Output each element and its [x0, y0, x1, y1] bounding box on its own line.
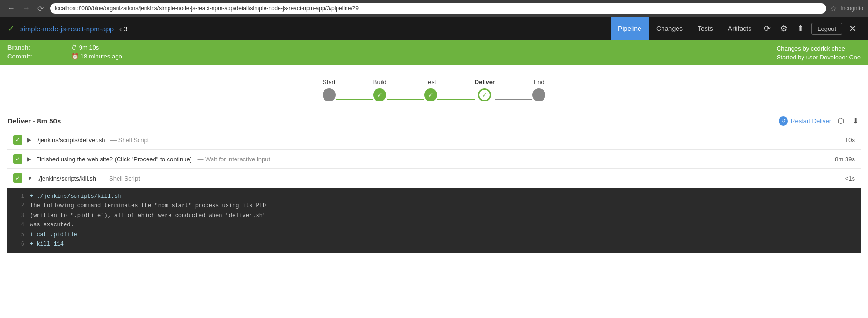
- app-title[interactable]: simple-node-js-react-npm-app: [20, 25, 114, 33]
- script-check-3: ✓: [13, 173, 22, 183]
- stage-start-circle: [323, 88, 336, 101]
- reload-icon-btn[interactable]: ⟳: [759, 17, 775, 40]
- duration-row: ⏱ 9m 10s: [71, 44, 122, 51]
- terminal-line-4: 4 was executed.: [15, 220, 853, 230]
- stage-deliver-label: Deliver: [475, 79, 495, 86]
- stage-end: End: [532, 79, 545, 101]
- external-link-button[interactable]: ⬡: [836, 116, 846, 126]
- line-content-3: (written to ".pidfile"), all of which we…: [30, 211, 266, 220]
- script-name-2: Finished using the web site? (Click "Pro…: [36, 156, 192, 163]
- info-right: Changes by cedrick.chee Started by user …: [777, 44, 861, 61]
- connector-1: [336, 99, 373, 100]
- stage-test[interactable]: Test ✓: [424, 79, 437, 101]
- terminal-line-3: 3 (written to ".pidfile"), all of which …: [15, 211, 853, 220]
- terminal-line-2: 2 The following command terminates the "…: [15, 201, 853, 210]
- nav-pipeline[interactable]: Pipeline: [611, 17, 649, 40]
- script-check-1: ✓: [13, 135, 22, 145]
- duration-value: 9m 10s: [79, 44, 99, 51]
- script-row-3: ✓ ▼ ./jenkins/scripts/kill.sh — Shell Sc…: [7, 169, 861, 188]
- script-type-1: — Shell Script: [109, 137, 149, 144]
- terminal-line-5: 5 + cat .pidfile: [15, 230, 853, 239]
- close-button[interactable]: ✕: [845, 19, 861, 38]
- started-by-row: Started by user Developer One: [777, 54, 861, 61]
- user-label: Incognito: [840, 5, 863, 12]
- script-name-1: ./jenkins/scripts/deliver.sh: [36, 137, 105, 144]
- check-icon: ✓: [7, 23, 15, 34]
- nav-artifacts[interactable]: Artifacts: [721, 17, 759, 40]
- terminal-line-6: 6 + kill 114: [15, 239, 853, 249]
- changes-by: Changes by cedrick.chee: [777, 45, 845, 52]
- app-header: ✓ simple-node-js-react-npm-app ‹ 3 Pipel…: [0, 17, 868, 40]
- back-button[interactable]: ←: [5, 3, 18, 14]
- line-num-1: 1: [15, 192, 24, 201]
- script-expand-3[interactable]: ▼: [26, 175, 34, 181]
- stage-start: Start: [323, 79, 336, 101]
- terminal-output: 1 + ./jenkins/scripts/kill.sh 2 The foll…: [7, 188, 861, 253]
- branch-label: Branch:: [7, 44, 30, 51]
- deliver-header: Deliver - 8m 50s ↺ Restart Deliver ⬡ ⬇: [7, 116, 861, 126]
- line-content-5: + cat .pidfile: [30, 230, 77, 239]
- connector-4: [495, 99, 532, 100]
- url-text: localhost:8080/blue/organizations/jenkin…: [55, 5, 359, 12]
- info-left: Branch: — Commit: —: [7, 44, 43, 60]
- deliver-actions: ↺ Restart Deliver ⬡ ⬇: [779, 116, 861, 126]
- logout-button[interactable]: Logout: [811, 23, 842, 35]
- line-content-4: was executed.: [30, 220, 74, 230]
- commit-label: Commit:: [7, 53, 32, 60]
- reload-button[interactable]: ⟳: [35, 3, 46, 14]
- script-expand-2[interactable]: ▶: [26, 156, 32, 162]
- browser-nav-buttons: ← → ⟳: [5, 3, 46, 14]
- settings-icon-btn[interactable]: ⚙: [775, 17, 792, 40]
- info-middle: ⏱ 9m 10s ⏰ 18 minutes ago: [71, 44, 122, 60]
- share-icon-btn[interactable]: ⬆: [792, 17, 809, 40]
- connector-3: [437, 99, 475, 100]
- duration-icon: ⏱: [71, 44, 77, 51]
- star-icon: ☆: [830, 4, 837, 13]
- line-content-2: The following command terminates the "np…: [30, 201, 266, 210]
- script-expand-1[interactable]: ▶: [26, 137, 32, 143]
- time-ago-value: 18 minutes ago: [81, 53, 122, 60]
- info-bar: Branch: — Commit: — ⏱ 9m 10s ⏰ 18 minute…: [0, 40, 868, 65]
- stage-build-circle: ✓: [373, 88, 386, 101]
- script-duration-1: 10s: [845, 137, 855, 144]
- download-button[interactable]: ⬇: [851, 116, 861, 126]
- stage-test-label: Test: [425, 79, 436, 86]
- script-name-3: ./jenkins/scripts/kill.sh: [37, 175, 96, 182]
- stage-start-label: Start: [323, 79, 335, 86]
- line-num-2: 2: [15, 201, 24, 210]
- terminal-line-1: 1 + ./jenkins/scripts/kill.sh: [15, 192, 853, 201]
- started-by: Started by user Developer One: [777, 54, 861, 61]
- line-num-3: 3: [15, 211, 24, 220]
- deliver-section: Deliver - 8m 50s ↺ Restart Deliver ⬡ ⬇ ✓…: [0, 111, 868, 253]
- script-duration-3: <1s: [845, 175, 855, 182]
- script-row-2: ✓ ▶ Finished using the web site? (Click …: [7, 150, 861, 169]
- browser-right: ☆ Incognito: [830, 4, 863, 13]
- pipeline-track: Start Build ✓ Test ✓ Deliver ✓ End: [323, 79, 545, 101]
- deliver-title: Deliver - 8m 50s: [7, 117, 61, 125]
- stage-test-circle: ✓: [424, 88, 437, 101]
- connector-2: [387, 99, 424, 100]
- restart-deliver-button[interactable]: ↺ Restart Deliver: [779, 116, 831, 126]
- script-duration-2: 8m 39s: [835, 156, 855, 163]
- forward-button[interactable]: →: [20, 3, 33, 14]
- line-num-4: 4: [15, 220, 24, 230]
- line-num-6: 6: [15, 239, 24, 249]
- time-ago-row: ⏰ 18 minutes ago: [71, 53, 122, 60]
- stage-deliver-circle: ✓: [478, 88, 491, 101]
- script-type-2: — Wait for interactive input: [196, 156, 270, 163]
- stage-end-label: End: [534, 79, 544, 86]
- stage-build[interactable]: Build ✓: [373, 79, 387, 101]
- nav-tests[interactable]: Tests: [690, 17, 721, 40]
- nav-changes[interactable]: Changes: [649, 17, 690, 40]
- pipeline-area: Start Build ✓ Test ✓ Deliver ✓ End: [0, 65, 868, 111]
- address-bar[interactable]: localhost:8080/blue/organizations/jenkin…: [50, 3, 826, 14]
- line-content-1: + ./jenkins/scripts/kill.sh: [30, 192, 121, 201]
- stage-deliver[interactable]: Deliver ✓: [475, 79, 495, 101]
- pipeline-number: ‹ 3: [119, 25, 128, 33]
- script-type-3: — Shell Script: [100, 175, 140, 182]
- commit-value: —: [37, 53, 43, 60]
- branch-value: —: [35, 44, 41, 51]
- script-row-1: ✓ ▶ ./jenkins/scripts/deliver.sh — Shell…: [7, 130, 861, 150]
- header-nav: Pipeline Changes Tests Artifacts ⟳ ⚙ ⬆ L…: [611, 17, 861, 40]
- commit-row: Commit: —: [7, 53, 43, 60]
